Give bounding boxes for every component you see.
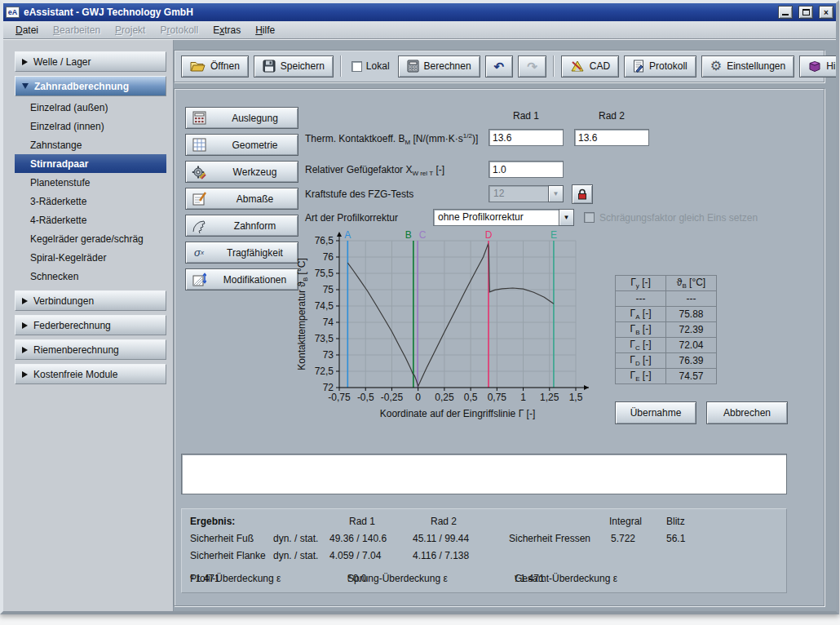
zahnform-button[interactable]: Zahnform	[185, 215, 298, 237]
profilkorrektur-select[interactable]: ohne Profilkorrektur ▼	[433, 209, 574, 226]
menu-hilfe[interactable]: Hilfe	[248, 23, 282, 38]
svg-text:B: B	[405, 229, 412, 241]
werkzeug-button[interactable]: Werkzeug	[185, 161, 298, 183]
sidebar-item-zahnstange[interactable]: Zahnstange	[15, 135, 166, 154]
abbrechen-button[interactable]: Abbrechen	[706, 401, 788, 424]
collapsed-arrow-icon	[22, 322, 28, 329]
contact-temperature-chart: ABCDE-0,75-0,5-0,2500,250,50,7511,251,57…	[295, 229, 608, 428]
close-button[interactable]: ×	[819, 6, 833, 19]
save-floppy-icon	[263, 60, 276, 73]
svg-text:C: C	[419, 229, 427, 241]
save-button[interactable]: Speichern	[254, 55, 334, 78]
dropdown-arrow-icon[interactable]: ▼	[559, 209, 574, 226]
undo-button[interactable]: ↶	[485, 55, 514, 78]
minimize-button[interactable]	[778, 6, 793, 19]
sidebar-group-riemenberechnung[interactable]: Riemenberechnung	[15, 339, 166, 360]
title-bar[interactable]: eA eAssistant - GWJ Technology GmbH ×	[3, 3, 836, 21]
sidebar-group-verbindungen[interactable]: Verbindungen	[15, 290, 166, 311]
modifikationen-button[interactable]: Modifikationen	[185, 268, 298, 290]
fuss-dyn-stat: dyn. / stat.	[273, 533, 318, 544]
sidebar-item-3-raederkette[interactable]: 3-Räderkette	[15, 192, 166, 211]
svg-text:E: E	[550, 229, 557, 241]
calculator-icon	[407, 60, 419, 73]
client-area: Welle / Lager Zahnradberechnung Einzelra…	[3, 40, 836, 611]
svg-text:75: 75	[323, 284, 334, 295]
sigma-x-icon: σx	[191, 245, 207, 261]
therm-rad2-input[interactable]	[574, 129, 649, 146]
menu-bar: Datei Bearbeiten Projekt Protokoll Extra…	[3, 21, 836, 39]
fressen-blitz-value: 56.1	[666, 533, 685, 544]
design-calculator-icon	[191, 110, 207, 126]
sidebar-item-schnecken[interactable]: Schnecken	[15, 267, 166, 286]
sidebar-item-4-raederkette[interactable]: 4-Räderkette	[15, 211, 166, 229]
menu-extras[interactable]: Extras	[206, 23, 248, 38]
svg-text:72,5: 72,5	[315, 366, 334, 377]
table-row: ΓD [-] 76.39	[616, 353, 717, 369]
maximize-button[interactable]	[798, 6, 813, 19]
sidebar-nav: Welle / Lager Zahnradberechnung Einzelra…	[15, 51, 166, 388]
therm-kontaktkoeff-label: Therm. Kontaktkoeff. BM [N/(mm·K·s1/2)]	[305, 132, 478, 146]
expanded-arrow-icon	[22, 83, 29, 89]
sidebar-group-welle-lager[interactable]: Welle / Lager	[15, 51, 166, 72]
abmasse-button[interactable]: Abmaße	[185, 188, 298, 210]
menu-datei[interactable]: Datei	[8, 23, 46, 38]
sidebar-item-spiral-kegelraeder[interactable]: Spiral-Kegelräder	[15, 248, 166, 267]
svg-text:75,5: 75,5	[315, 268, 334, 279]
sidebar-group-zahnradberechnung[interactable]: Zahnradberechnung	[15, 76, 166, 96]
sidebar-item-einzelrad-aussen[interactable]: Einzelrad (außen)	[15, 98, 166, 117]
redo-button: ↷	[518, 55, 546, 78]
help-button[interactable]: Hilfe	[799, 55, 836, 78]
cad-button[interactable]: CAD	[561, 55, 619, 78]
table-row: --- ---	[616, 291, 717, 307]
tolerances-drawing-icon	[191, 191, 207, 207]
protocol-button[interactable]: Protokoll	[624, 55, 696, 78]
settings-button[interactable]: ⚙ Einstellungen	[701, 55, 794, 78]
svg-text:Koordinate auf der Eingriffsli: Koordinate auf der Eingriffslinie Γ [-]	[380, 408, 536, 419]
sidebar-item-einzelrad-innen[interactable]: Einzelrad (innen)	[15, 117, 166, 135]
local-checkbox[interactable]	[351, 61, 362, 72]
gamma-temperature-table: Γy [-] ϑB [°C] --- --- ΓA [-] 75.88 ΓB […	[615, 275, 717, 384]
menu-bearbeiten: Bearbeiten	[46, 23, 108, 38]
uebernahme-button[interactable]: Übernahme	[615, 401, 696, 424]
sidebar-group-kostenfreie-module[interactable]: Kostenfreie Module	[15, 364, 166, 384]
menu-protokoll: Protokoll	[153, 23, 206, 38]
sidebar-group-federberechnung[interactable]: Federberechnung	[15, 315, 166, 335]
tragfaehigkeit-button[interactable]: σx Tragfähigkeit	[185, 242, 298, 264]
fuss-rad2-value: 45.11 / 99.44	[413, 533, 469, 544]
calculate-button[interactable]: Berechnen	[398, 55, 480, 78]
geometrie-button[interactable]: Geometrie	[185, 134, 298, 156]
gamma-col-header: Γy [-]	[616, 276, 666, 291]
table-row: ΓB [-] 72.39	[616, 322, 717, 338]
app-icon: eA	[6, 7, 20, 18]
fressen-label: Sicherheit Fressen	[509, 533, 590, 544]
open-button[interactable]: Öffnen	[181, 55, 249, 78]
results-col-rad2: Rad 2	[431, 516, 457, 527]
svg-text:73,5: 73,5	[315, 333, 334, 344]
cad-icon	[570, 60, 585, 73]
gefuegefaktor-input[interactable]	[489, 161, 564, 178]
table-row: ΓA [-] 75.88	[616, 307, 717, 322]
therm-rad1-input[interactable]	[489, 129, 564, 146]
svg-text:74: 74	[323, 317, 334, 328]
maximize-icon	[802, 9, 810, 16]
svg-text:76,5: 76,5	[315, 235, 334, 246]
svg-text:0,5: 0,5	[464, 392, 478, 403]
svg-text:76: 76	[323, 251, 334, 263]
collapsed-arrow-icon	[22, 59, 28, 65]
svg-text:73: 73	[323, 349, 334, 361]
auslegung-button[interactable]: Auslegung	[185, 107, 298, 129]
sidebar-item-planetenstufe[interactable]: Planetenstufe	[15, 173, 166, 192]
results-col-integral: Integral	[609, 516, 642, 527]
sidebar-item-kegelraeder[interactable]: Kegelräder gerade/schräg	[15, 229, 166, 248]
svg-text:-0,25: -0,25	[381, 392, 404, 403]
svg-text:-0,75: -0,75	[328, 392, 351, 403]
collapsed-arrow-icon	[22, 371, 28, 378]
fzg-lock-button[interactable]	[572, 184, 593, 204]
svg-text:0,25: 0,25	[435, 392, 454, 403]
app-window: eA eAssistant - GWJ Technology GmbH × Da…	[0, 0, 839, 614]
close-icon: ×	[824, 8, 829, 17]
sidebar-item-stirnradpaar[interactable]: Stirnradpaar	[15, 154, 166, 173]
svg-text:-0,5: -0,5	[357, 392, 374, 403]
open-folder-icon	[190, 60, 206, 73]
redo-icon: ↷	[527, 60, 537, 73]
